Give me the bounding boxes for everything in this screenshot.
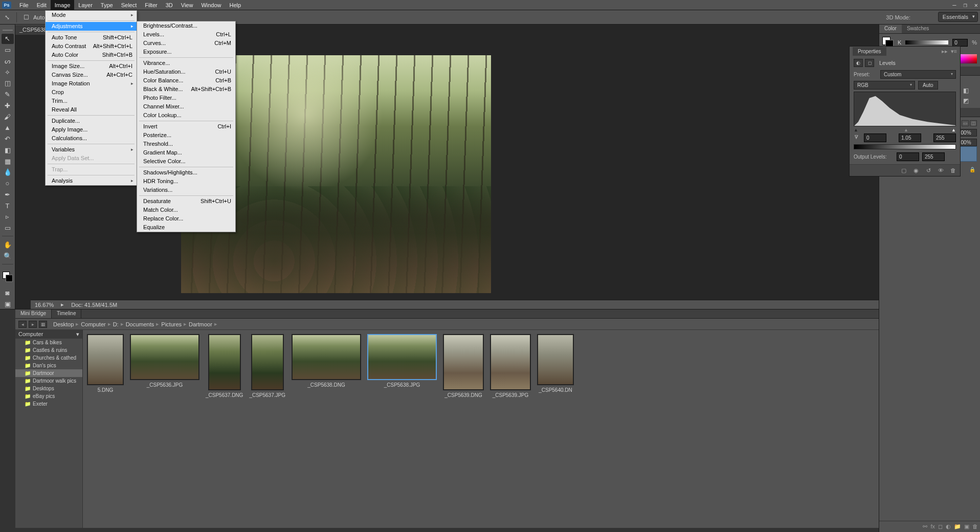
menu-image[interactable]: Image xyxy=(51,0,75,10)
menu-item[interactable]: Auto ColorShift+Ctrl+B xyxy=(46,51,137,59)
healing-brush-tool[interactable]: ✚ xyxy=(2,100,14,110)
menu-view[interactable]: View xyxy=(177,0,197,10)
menu-layer[interactable]: Layer xyxy=(74,0,97,10)
levels-histogram[interactable] xyxy=(854,92,956,126)
menu-item[interactable]: Selective Color... xyxy=(137,157,235,166)
shape-tool[interactable]: ▭ xyxy=(2,223,14,233)
menu-item[interactable]: Reveal All xyxy=(46,105,137,114)
menu-item[interactable]: Levels...Ctrl+L xyxy=(137,30,235,39)
thumbnail-item[interactable]: _CSP5636.JPG xyxy=(130,334,199,388)
zoom-icon[interactable]: ▸ xyxy=(61,301,64,308)
mask-icon[interactable]: ◻ xyxy=(865,59,874,67)
breadcrumb-item[interactable]: Pictures xyxy=(161,321,182,327)
breadcrumb-item[interactable]: Desktop xyxy=(53,321,74,327)
input-gamma-field[interactable] xyxy=(899,134,921,142)
menu-item[interactable]: Brightness/Contrast... xyxy=(137,21,235,30)
properties-tab[interactable]: Properties xyxy=(853,47,886,56)
menu-item[interactable]: InvertCtrl+I xyxy=(137,122,235,131)
menu-item[interactable]: DesaturateShift+Ctrl+U xyxy=(137,197,235,206)
input-white-field[interactable] xyxy=(933,134,956,142)
delete-icon[interactable]: 🗑 xyxy=(949,167,957,174)
menu-item[interactable]: Match Color... xyxy=(137,206,235,214)
menu-item[interactable]: Crop xyxy=(46,88,137,97)
menu-item[interactable]: HDR Toning... xyxy=(137,177,235,186)
new-layer-icon[interactable]: ▣ xyxy=(964,523,969,530)
menu-filter[interactable]: Filter xyxy=(141,0,161,10)
menu-item[interactable]: Exposure... xyxy=(137,48,235,56)
wb-icon[interactable]: ⛛ xyxy=(854,134,861,142)
menu-select[interactable]: Select xyxy=(117,0,141,10)
menu-item[interactable]: Image Size...Alt+Ctrl+I xyxy=(46,62,137,71)
breadcrumb-item[interactable]: D: xyxy=(113,321,119,327)
thumbnail-item[interactable]: _CSP5639.JPG xyxy=(490,334,531,398)
close-button[interactable]: ✕ xyxy=(974,2,978,9)
menu-item[interactable]: Variations... xyxy=(137,186,235,194)
view-previous-icon[interactable]: ◉ xyxy=(912,167,920,174)
thumbnail-item[interactable]: 5.DNG xyxy=(87,334,124,393)
k-slider[interactable] xyxy=(905,40,948,45)
new-group-icon[interactable]: 📁 xyxy=(954,523,961,530)
lasso-tool[interactable]: ᔕ xyxy=(2,56,14,66)
menu-item[interactable]: Calculations... xyxy=(46,134,137,143)
menu-item[interactable]: Vibrance... xyxy=(137,59,235,68)
menu-type[interactable]: Type xyxy=(97,0,117,10)
type-tool[interactable]: T xyxy=(2,201,14,211)
color-tab[interactable]: Color xyxy=(879,25,902,33)
crop-tool[interactable]: ◫ xyxy=(2,78,14,88)
breadcrumb-item[interactable]: Dartmoor xyxy=(189,321,212,327)
output-gradient[interactable] xyxy=(854,144,956,149)
folder-item[interactable]: Dartmoor walk pics xyxy=(15,377,82,385)
link-layers-icon[interactable]: ⚯ xyxy=(923,523,927,530)
menu-item[interactable]: Black & White...Alt+Shift+Ctrl+B xyxy=(137,85,235,94)
adj-selectivecolor-icon[interactable]: ◩ xyxy=(961,97,970,105)
eraser-tool[interactable]: ◧ xyxy=(2,145,14,155)
minimize-button[interactable]: — xyxy=(952,2,956,9)
menu-item[interactable]: Replace Color... xyxy=(137,214,235,223)
blur-tool[interactable]: 💧 xyxy=(2,167,14,178)
adj-bw-icon[interactable]: ◧ xyxy=(961,86,970,95)
input-black-field[interactable] xyxy=(864,134,886,142)
menu-item[interactable]: Image Rotation xyxy=(46,79,137,88)
folder-item[interactable]: Dan's pics xyxy=(15,362,82,369)
path-select-tool[interactable]: ▹ xyxy=(2,212,14,222)
marquee-tool[interactable]: ▭ xyxy=(2,45,14,55)
magic-wand-tool[interactable]: ✧ xyxy=(2,67,14,77)
folder-item[interactable]: Exeter xyxy=(15,400,82,408)
dodge-tool[interactable]: ○ xyxy=(2,179,14,189)
filter-shape-icon[interactable]: ▭ xyxy=(962,120,969,126)
menu-item[interactable]: Color Balance...Ctrl+B xyxy=(137,76,235,85)
thumbnail-item[interactable]: _CSP5639.DNG xyxy=(443,334,484,398)
menu-item[interactable]: Hue/Saturation...Ctrl+U xyxy=(137,68,235,76)
thumbnail-item[interactable]: _CSP5637.DNG xyxy=(206,334,243,398)
breadcrumb-item[interactable]: Computer xyxy=(81,321,105,327)
menu-item[interactable]: Apply Image... xyxy=(46,125,137,134)
adjustment-icon[interactable]: ◐ xyxy=(854,59,863,67)
preset-select[interactable]: Custom xyxy=(880,70,956,79)
menu-item[interactable]: Analysis xyxy=(46,176,137,185)
menu-item[interactable]: Variables xyxy=(46,145,137,154)
panel-collapse-icon[interactable]: ▸▸ xyxy=(942,48,948,55)
nav-back-button[interactable]: ◂ xyxy=(18,321,27,328)
move-tool[interactable]: ↖ xyxy=(2,34,14,44)
output-white-field[interactable] xyxy=(922,152,945,161)
folder-item[interactable]: Castles & ruins xyxy=(15,346,82,354)
output-black-field[interactable] xyxy=(897,152,919,161)
clip-icon[interactable]: ▢ xyxy=(900,167,908,174)
menu-edit[interactable]: Edit xyxy=(33,0,51,10)
thumbnail-item[interactable]: _CSP5640.DN xyxy=(537,334,574,393)
brush-tool[interactable]: 🖌 xyxy=(2,112,14,122)
folder-item[interactable]: Dartmoor xyxy=(15,369,82,377)
folder-item[interactable]: eBay pics xyxy=(15,392,82,400)
menu-item[interactable]: Threshold... xyxy=(137,140,235,148)
menu-item[interactable]: Equalize xyxy=(137,223,235,232)
layer-mask-icon[interactable]: ◻ xyxy=(938,523,943,530)
delete-layer-icon[interactable]: 🗑 xyxy=(972,523,978,530)
menu-item[interactable]: Color Lookup... xyxy=(137,111,235,120)
thumbnail-item[interactable]: _CSP5638.JPG xyxy=(367,334,437,388)
menu-help[interactable]: Help xyxy=(226,0,246,10)
menu-item[interactable]: Posterize... xyxy=(137,131,235,140)
menu-item[interactable]: Auto ToneShift+Ctrl+L xyxy=(46,33,137,42)
pen-tool[interactable]: ✒ xyxy=(2,189,14,199)
menu-3d[interactable]: 3D xyxy=(162,0,177,10)
breadcrumb-item[interactable]: Documents xyxy=(126,321,154,327)
